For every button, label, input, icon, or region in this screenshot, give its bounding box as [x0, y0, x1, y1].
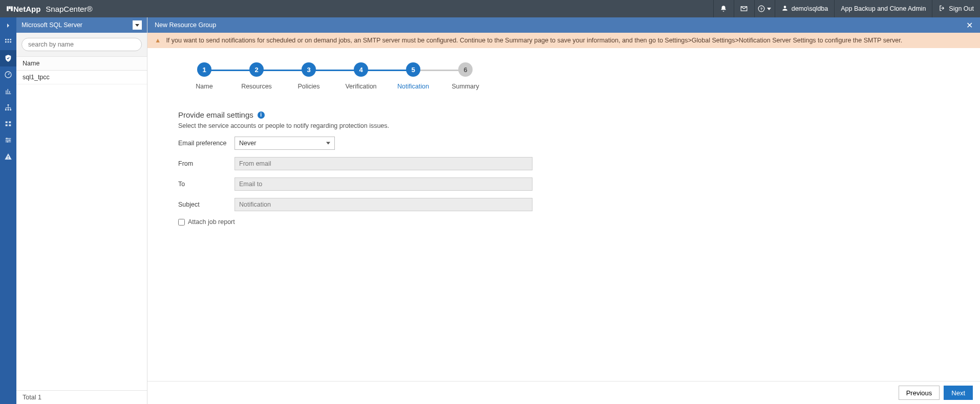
- alert-icon: [4, 152, 12, 161]
- label-from: From: [178, 160, 235, 167]
- svg-rect-15: [10, 109, 11, 110]
- svg-rect-2: [9, 6, 11, 9]
- user-label: demo\sqldba: [792, 5, 828, 12]
- alert-text: If you want to send notifications for sc…: [166, 37, 902, 44]
- search-input[interactable]: [22, 38, 142, 51]
- list-item[interactable]: sql1_tpcc: [16, 71, 147, 84]
- nav-dashboard[interactable]: [0, 34, 16, 50]
- svg-rect-19: [9, 124, 11, 126]
- svg-rect-12: [8, 104, 9, 106]
- svg-rect-5: [5, 39, 7, 40]
- content: New Resource Group ✕ ▲ If you want to se…: [147, 17, 980, 404]
- svg-rect-0: [7, 6, 8, 11]
- step-notification[interactable]: 5Notification: [387, 62, 439, 90]
- signout-icon: [939, 5, 946, 13]
- column-header-name[interactable]: Name: [16, 56, 147, 71]
- warning-icon: ▲: [155, 37, 161, 44]
- topbar: NetApp SnapCenter® ? demo\sqldba App Bac…: [0, 0, 980, 17]
- svg-point-20: [6, 138, 8, 139]
- smtp-alert: ▲ If you want to send notifications for …: [147, 33, 980, 48]
- svg-rect-9: [8, 41, 9, 43]
- form-area: Provide email settings i Select the serv…: [147, 95, 980, 241]
- storage-icon: [4, 120, 12, 128]
- nav-hosts[interactable]: [0, 99, 16, 116]
- signout-button[interactable]: Sign Out: [932, 0, 980, 17]
- help-button[interactable]: ?: [754, 0, 775, 17]
- subject-input[interactable]: [235, 198, 532, 211]
- nav-expand[interactable]: [0, 17, 16, 34]
- plugin-selector: Microsoft SQL Server: [16, 17, 147, 33]
- nav-reports[interactable]: [0, 83, 16, 99]
- mail-icon: [740, 5, 748, 12]
- svg-rect-13: [5, 109, 7, 110]
- plugin-label: Microsoft SQL Server: [22, 21, 82, 29]
- step-verification[interactable]: 4Verification: [335, 62, 387, 90]
- brand: NetApp SnapCenter®: [0, 5, 98, 13]
- signout-label: Sign Out: [949, 5, 974, 12]
- svg-rect-8: [5, 41, 7, 43]
- search-wrap: [16, 33, 147, 56]
- role-menu[interactable]: App Backup and Clone Admin: [834, 0, 932, 17]
- form-title: Provide email settings i: [178, 110, 949, 119]
- content-header: New Resource Group ✕: [147, 17, 980, 33]
- svg-rect-1: [11, 6, 13, 11]
- grid-icon: [4, 38, 12, 46]
- svg-rect-17: [9, 121, 11, 123]
- next-button[interactable]: Next: [944, 386, 973, 400]
- content-title: New Resource Group: [155, 21, 216, 29]
- previous-button[interactable]: Previous: [899, 386, 940, 400]
- wizard-footer: Previous Next: [147, 381, 980, 404]
- brand-company: NetApp: [13, 5, 40, 13]
- attach-report-label: Attach job report: [188, 218, 235, 226]
- svg-rect-18: [6, 124, 8, 126]
- plugin-dropdown-button[interactable]: [133, 20, 142, 30]
- attach-report-checkbox[interactable]: [178, 219, 185, 226]
- user-menu[interactable]: demo\sqldba: [775, 0, 835, 17]
- sliders-icon: [4, 136, 12, 144]
- nav-resources[interactable]: [0, 50, 16, 66]
- side-panel: Microsoft SQL Server Name sql1_tpcc Tota…: [16, 17, 147, 404]
- netapp-logo: NetApp: [6, 5, 40, 13]
- svg-rect-14: [8, 109, 9, 110]
- user-icon: [781, 5, 789, 13]
- shield-check-icon: [4, 54, 12, 62]
- svg-rect-16: [6, 121, 8, 123]
- brand-product: SnapCenter®: [46, 5, 92, 13]
- close-button[interactable]: ✕: [966, 20, 973, 30]
- form-subtitle: Select the service accounts or people to…: [178, 122, 949, 129]
- nav-storage[interactable]: [0, 116, 16, 132]
- gauge-icon: [4, 71, 12, 79]
- svg-rect-7: [10, 39, 11, 40]
- email-preference-select[interactable]: Never: [235, 137, 335, 150]
- nav-rail: [0, 17, 16, 404]
- svg-point-22: [7, 141, 8, 143]
- chevron-right-icon: [4, 21, 12, 30]
- nav-alerts[interactable]: [0, 148, 16, 165]
- netapp-logo-icon: [6, 5, 13, 12]
- nav-settings[interactable]: [0, 132, 16, 148]
- info-icon[interactable]: i: [258, 111, 265, 119]
- role-label: App Backup and Clone Admin: [841, 5, 926, 12]
- help-icon: ?: [758, 5, 765, 12]
- to-input[interactable]: [235, 177, 532, 191]
- svg-point-21: [9, 140, 10, 141]
- resource-list: sql1_tpcc: [16, 71, 147, 390]
- svg-text:?: ?: [760, 7, 763, 11]
- step-name[interactable]: 1Name: [178, 62, 230, 90]
- nav-monitor[interactable]: [0, 66, 16, 83]
- label-subject: Subject: [178, 201, 235, 208]
- svg-rect-10: [10, 41, 11, 43]
- step-resources[interactable]: 2Resources: [230, 62, 283, 90]
- total-label: Total 1: [16, 390, 147, 404]
- step-policies[interactable]: 3Policies: [283, 62, 335, 90]
- svg-rect-6: [8, 39, 9, 40]
- chart-icon: [4, 87, 12, 95]
- notifications-button[interactable]: [713, 0, 734, 17]
- from-input[interactable]: [235, 157, 532, 170]
- wizard-steps: 1Name 2Resources 3Policies 4Verification…: [147, 48, 980, 95]
- messages-button[interactable]: [734, 0, 754, 17]
- step-summary[interactable]: 6Summary: [439, 62, 492, 90]
- bell-icon: [720, 5, 727, 12]
- label-email-preference: Email preference: [178, 140, 235, 147]
- label-to: To: [178, 181, 235, 188]
